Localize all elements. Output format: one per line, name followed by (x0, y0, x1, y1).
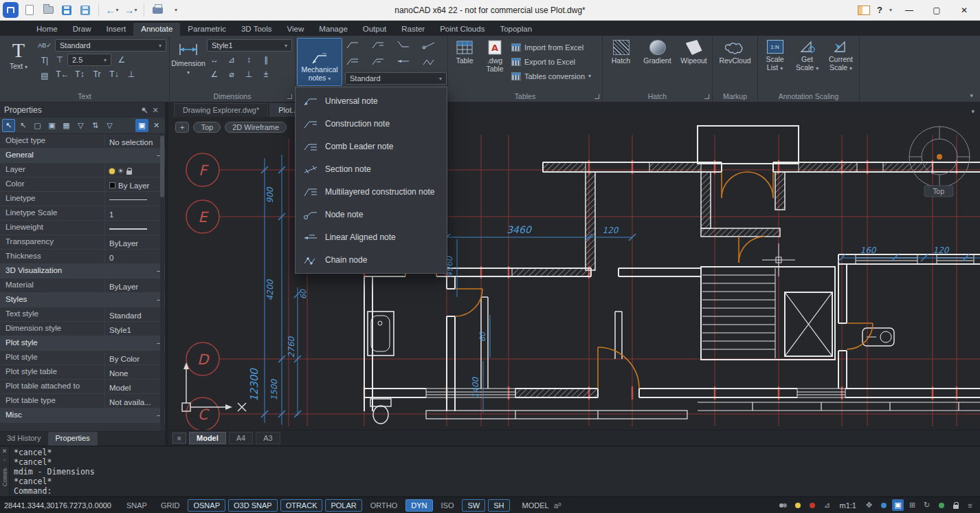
model-space-label[interactable]: MODEL (522, 501, 549, 510)
hatch-dialog-launcher[interactable] (704, 94, 709, 99)
select-mode-icon[interactable]: ↖ (2, 119, 15, 132)
toggle-iso[interactable]: ISO (436, 499, 460, 512)
zoom-window-icon[interactable]: ▣ (892, 499, 904, 511)
tab-draw[interactable]: Draw (65, 23, 99, 36)
menu-item-linear-aligned-note[interactable]: Linear Aligned note (296, 226, 447, 248)
marquee-select-icon[interactable]: ▢ (31, 119, 44, 132)
tab-annotate[interactable]: Annotate (133, 23, 180, 36)
text-align-left-icon[interactable]: T← (55, 68, 70, 80)
minimize-button[interactable]: — (899, 3, 920, 18)
toggle-ortho[interactable]: ORTHO (365, 499, 403, 512)
spellcheck-icon[interactable]: AB✓ (37, 39, 52, 52)
status-menu-icon[interactable]: ≡ (964, 499, 976, 511)
close-button[interactable]: ✕ (954, 3, 975, 18)
notification-icon[interactable] (807, 499, 818, 511)
tab-parametric[interactable]: Parametric (180, 23, 234, 36)
text-angle-icon[interactable]: ∠ (114, 54, 129, 66)
pin-icon[interactable] (139, 105, 150, 116)
redo-icon[interactable]: →▾ (123, 3, 138, 18)
menu-item-comb-leader-note[interactable]: Comb Leader note (296, 135, 447, 157)
text-base-icon[interactable]: ⊥ (124, 68, 139, 80)
grid-select-icon[interactable]: ▦ (60, 119, 73, 132)
save-all-icon[interactable] (78, 3, 93, 18)
command-history[interactable]: *cancel* *cancel* mdim - Dimensions *can… (10, 446, 980, 496)
dimension-button[interactable]: Dimension ▾ (172, 38, 204, 90)
panel-options-icon[interactable]: ▣ (135, 119, 148, 132)
collaboration-icon[interactable] (778, 499, 790, 511)
tab-insert[interactable]: Insert (99, 23, 134, 36)
sync-selection-icon[interactable]: ⇅ (89, 119, 102, 132)
dwg-table-button[interactable]: A .dwgTable (481, 38, 509, 90)
workspace-icon[interactable] (858, 6, 870, 15)
layer-on-icon[interactable] (109, 168, 115, 174)
tab-topoplan[interactable]: Topoplan (492, 23, 539, 36)
customize-toolbar-icon[interactable]: ▾ (168, 3, 183, 18)
toolbar-close-icon[interactable]: ✕ (150, 119, 163, 132)
text-frame-icon[interactable]: ▤ (37, 69, 52, 82)
toggle-grid[interactable]: GRID (155, 499, 186, 512)
orbit-icon[interactable]: ↻ (921, 499, 933, 511)
close-panel-icon[interactable]: ✕ (150, 105, 161, 116)
new-document-icon[interactable] (22, 3, 37, 18)
table-button[interactable]: Table (451, 38, 478, 90)
tab-3dtools[interactable]: 3D Tools (234, 23, 280, 36)
layer-freeze-icon[interactable]: ☀ (118, 167, 124, 175)
tables-conversion-button[interactable]: Tables conversion ▾ (511, 69, 591, 83)
print-icon[interactable] (150, 3, 165, 18)
quick-filter-icon[interactable]: ▽ (103, 119, 116, 132)
toggle-osnap[interactable]: OSNAP (188, 499, 225, 512)
text-height-combo[interactable]: 2.5▾ (67, 54, 111, 66)
note-tool-icon[interactable] (370, 55, 386, 67)
note-tool-icon[interactable] (345, 55, 360, 67)
menu-item-universal-note[interactable]: Universal note (296, 89, 447, 112)
undo-icon[interactable]: ←▾ (104, 3, 120, 18)
open-file-icon[interactable] (41, 3, 56, 18)
viewport-plus-button[interactable]: + (175, 122, 189, 133)
tab-properties[interactable]: Properties (49, 432, 98, 446)
sheet-tab-a4[interactable]: A4 (229, 432, 253, 444)
properties-scrollbar[interactable] (160, 134, 164, 431)
text-align-icon[interactable]: T↕ (72, 68, 87, 80)
zoom-dot-icon[interactable] (878, 499, 889, 511)
isolate-objects-icon[interactable] (792, 499, 804, 511)
doc-tabs-overflow-icon[interactable]: ▾ (971, 108, 975, 115)
maximize-button[interactable]: ▢ (926, 3, 947, 18)
text-button[interactable]: T Text ▾ (3, 38, 34, 90)
export-to-excel-button[interactable]: Export to Excel (511, 54, 591, 69)
tab-3d-history[interactable]: 3d History (0, 432, 49, 446)
view-badge[interactable]: Top (924, 186, 953, 197)
command-prompt[interactable]: Command: (14, 486, 976, 496)
dim-angle-icon[interactable]: ∠ (207, 68, 222, 80)
help-dropdown-icon[interactable]: ▾ (889, 7, 892, 13)
hatch-button[interactable]: Hatch (605, 38, 636, 90)
wipeout-button[interactable]: Wipeout (678, 38, 709, 90)
dim-aligned-icon[interactable]: ⊿ (224, 54, 239, 66)
pan-icon[interactable]: ✥ (863, 499, 875, 511)
toggle-otrack[interactable]: OTRACK (280, 499, 323, 512)
navigation-wheel[interactable] (909, 127, 970, 187)
tab-raster[interactable]: Raster (394, 23, 432, 36)
doc-tab-drawing-explorer[interactable]: Drawing Explorer.dwg* (174, 103, 268, 117)
scale-list-button[interactable]: 1:N ScaleList ▾ (761, 38, 789, 90)
zoom-extents-icon[interactable]: ⊞ (906, 499, 918, 511)
help-icon[interactable]: ? (877, 5, 882, 15)
window-select-icon[interactable]: ▣ (45, 119, 58, 132)
toggle-sw[interactable]: SW (462, 499, 485, 512)
command-pin-icon[interactable]: ◦ (3, 457, 5, 463)
import-from-excel-button[interactable]: Import from Excel (511, 40, 591, 54)
ribbon-collapse-icon[interactable]: ▾ (970, 92, 973, 99)
annotation-monitor-icon[interactable]: aº (552, 499, 564, 511)
menu-item-node-note[interactable]: Node note (296, 203, 447, 226)
layer-lock-icon[interactable] (126, 171, 132, 175)
note-style-combo[interactable]: Standard▾ (345, 72, 447, 85)
text-cursor-icon[interactable]: T| (37, 54, 52, 67)
geo-icon[interactable] (935, 499, 947, 511)
toggle-o3dsnap[interactable]: O3D SNAP (228, 499, 278, 512)
note-tool-icon[interactable] (421, 55, 436, 67)
text-rotate-icon[interactable]: Tr (89, 68, 104, 80)
get-scale-button[interactable]: GetScale ▾ (793, 38, 821, 90)
gradient-button[interactable]: Gradient (642, 38, 673, 90)
tab-home[interactable]: Home (29, 23, 65, 36)
viewport-view-button[interactable]: Top (193, 122, 221, 133)
dim-linear-icon[interactable]: ↔ (207, 54, 222, 66)
